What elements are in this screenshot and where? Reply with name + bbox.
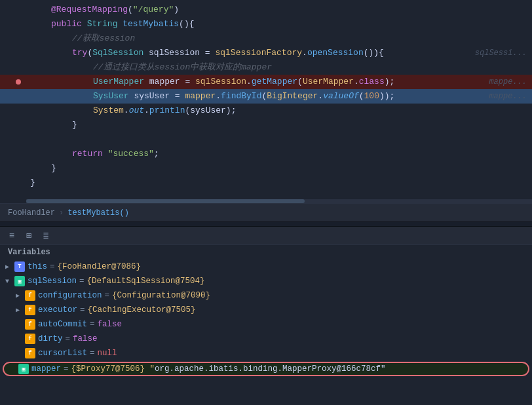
code-line: } — [0, 118, 532, 132]
var-type-icon: f — [25, 334, 35, 344]
line-content: } — [26, 161, 532, 176]
expand-icon[interactable]: ▶ — [16, 306, 25, 314]
code-lines: @RequestMapping("/query") public String … — [0, 0, 532, 193]
code-line: } — [0, 176, 532, 190]
line-content: try(SqlSession sqlSession = sqlSessionFa… — [26, 46, 532, 60]
variable-configuration[interactable]: ▶ f configuration = {Configuration@7090} — [0, 288, 532, 303]
toolbar-btn-list[interactable]: ≣ — [39, 229, 52, 242]
breadcrumb-bar: FooHandler › testMybatis() — [0, 203, 532, 222]
var-type-icon: ▣ — [14, 276, 25, 286]
expand-icon[interactable]: ▼ — [5, 278, 14, 285]
code-line: try(SqlSession sqlSession = sqlSessionFa… — [0, 46, 532, 60]
var-type-icon: f — [25, 319, 35, 330]
code-line-error: UserMapper mapper = sqlSession.getMapper… — [0, 75, 532, 89]
expand-icon[interactable]: ▶ — [5, 263, 14, 271]
code-line-highlighted: SysUser sysUser = mapper.findById(BigInt… — [0, 89, 532, 104]
code-line: System.out.println(sysUser); — [0, 104, 532, 118]
line-content: @RequestMapping("/query") — [26, 3, 532, 17]
line-gutter — [0, 79, 26, 85]
variable-cursorlist[interactable]: f cursorList = null — [0, 346, 532, 360]
line-content: System.out.println(sysUser); — [26, 104, 532, 118]
code-line: //获取session — [0, 31, 532, 46]
right-comment: sqlSessi... — [475, 46, 527, 60]
variables-list: ▶ T this = {FooHandler@7086} ▼ ▣ sqlSess… — [0, 260, 532, 405]
right-comment: mappe... — [489, 75, 527, 89]
debug-panel: ≡ ⊞ ≣ Variables ▶ T this = {FooHandler@7… — [0, 227, 532, 405]
var-type-icon: T — [14, 261, 25, 272]
line-content: UserMapper mapper = sqlSession.getMapper… — [26, 75, 532, 89]
var-type-icon: f — [25, 348, 35, 358]
panel-separator — [0, 222, 532, 227]
line-content: //通过接口类从session中获取对应的mapper — [26, 60, 532, 75]
line-content: SysUser sysUser = mapper.findById(BigInt… — [26, 89, 532, 104]
code-line: @RequestMapping("/query") — [0, 3, 532, 17]
scrollbar-thumb[interactable] — [26, 199, 305, 203]
code-line: } — [0, 161, 532, 176]
variable-autocommit[interactable]: f autoCommit = false — [0, 317, 532, 332]
debug-toolbar: ≡ ⊞ ≣ — [0, 227, 532, 245]
line-content: public String testMybatis(){ — [26, 17, 532, 31]
code-line — [0, 132, 532, 147]
line-content: return "success"; — [26, 147, 532, 161]
editor-container: @RequestMapping("/query") public String … — [0, 0, 532, 405]
annotation: @RequestMapping — [51, 5, 128, 14]
variable-sqlsession[interactable]: ▼ ▣ sqlSession = {DefaultSqlSession@7504… — [0, 274, 532, 288]
toolbar-btn-grid[interactable]: ⊞ — [22, 229, 35, 242]
var-type-icon: ▣ — [18, 364, 29, 374]
scrollbar-track[interactable] — [26, 199, 532, 203]
line-content: //获取session — [26, 31, 532, 46]
toolbar-btn-rerun[interactable]: ≡ — [5, 229, 18, 242]
variable-executor[interactable]: ▶ f executor = {CachingExecutor@7505} — [0, 303, 532, 317]
code-line: return "success"; — [0, 147, 532, 161]
breadcrumb-method: testMybatis() — [67, 208, 129, 218]
right-comment: mappe... — [489, 89, 527, 104]
variable-this[interactable]: ▶ T this = {FooHandler@7086} — [0, 260, 532, 274]
breakpoint-indicator — [16, 79, 21, 85]
breadcrumb-separator: › — [59, 208, 64, 218]
code-line: public String testMybatis(){ — [0, 17, 532, 31]
var-type-icon: f — [25, 305, 35, 315]
expand-icon[interactable]: ▶ — [16, 292, 25, 299]
variable-mapper[interactable]: ▣ mapper = {$Proxy77@7506} "org.apache.i… — [3, 362, 529, 376]
breadcrumb-class: FooHandler — [8, 208, 55, 218]
line-content: } — [26, 176, 532, 190]
code-editor: @RequestMapping("/query") public String … — [0, 0, 532, 203]
var-type-icon: f — [25, 290, 35, 301]
line-content: } — [26, 118, 532, 132]
variable-dirty[interactable]: f dirty = false — [0, 332, 532, 346]
code-line: //通过接口类从session中获取对应的mapper — [0, 60, 532, 75]
variables-title: Variables — [0, 245, 532, 260]
